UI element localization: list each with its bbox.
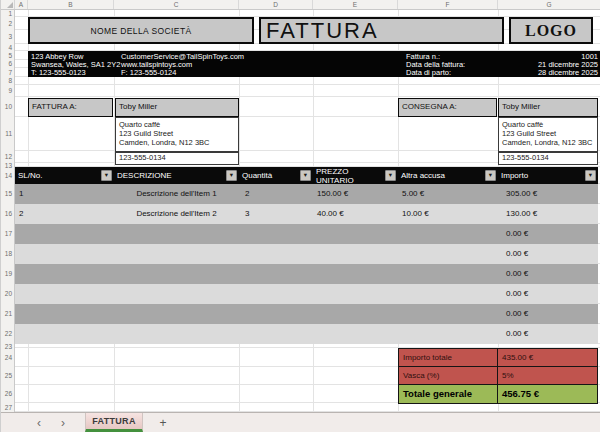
next-sheet-icon[interactable]: ›	[51, 413, 75, 432]
company-name-cell[interactable]: NOME DELLA SOCIETÀ	[28, 17, 254, 44]
row-header-21[interactable]: 21	[1, 304, 14, 324]
row-header-2[interactable]: 2	[1, 17, 14, 30]
cell-sl[interactable]	[15, 224, 114, 244]
filter-dropdown-icon[interactable]: ▾	[101, 170, 112, 181]
cell-price[interactable]	[313, 244, 398, 264]
row-header-20[interactable]: 20	[1, 284, 14, 304]
cell-sl[interactable]	[15, 284, 114, 304]
filter-dropdown-icon[interactable]: ▾	[300, 170, 311, 181]
row-header-10[interactable]: 10	[1, 97, 14, 117]
ship-to-label-cell[interactable]: CONSEGNA A:	[398, 98, 497, 117]
row-header-15[interactable]: 15	[1, 184, 14, 204]
cell-amount[interactable]: 0.00 €	[498, 324, 598, 344]
col-header-e[interactable]: E	[313, 0, 398, 9]
col-header-c[interactable]: C	[114, 0, 239, 9]
cell-extra[interactable]	[398, 224, 498, 244]
cell-extra[interactable]	[398, 304, 498, 324]
cell-extra[interactable]: 5.00 €	[398, 184, 498, 204]
tax-row[interactable]: Vasca (%) 5%	[399, 367, 597, 385]
add-sheet-icon[interactable]: +	[143, 413, 183, 432]
cell-amount[interactable]: 305.00 €	[498, 184, 598, 204]
cell-desc[interactable]: Descrizione dell'Item 2	[114, 204, 239, 224]
row-header-17[interactable]: 17	[1, 224, 14, 244]
cell-qty[interactable]	[239, 224, 313, 244]
cell-sl[interactable]	[15, 304, 114, 324]
cell-desc[interactable]	[114, 324, 239, 344]
row-header-3[interactable]: 3	[1, 30, 14, 44]
cell-amount[interactable]: 0.00 €	[498, 224, 598, 244]
subtotal-row[interactable]: Importo totale 435.00 €	[399, 349, 597, 367]
filter-dropdown-icon[interactable]: ▾	[226, 170, 237, 181]
cell-qty[interactable]	[239, 284, 313, 304]
cell-qty[interactable]: 2	[239, 184, 313, 204]
row-header-8[interactable]: 8	[1, 77, 14, 85]
items-header-w1[interactable]: SL/No.▾	[15, 167, 114, 184]
cell-price[interactable]	[313, 324, 398, 344]
cell-price[interactable]	[313, 304, 398, 324]
filter-dropdown-icon[interactable]: ▾	[385, 170, 396, 181]
items-header-w3[interactable]: Quantità▾	[239, 167, 313, 184]
tab-fattura[interactable]: FATTURA	[85, 413, 143, 432]
filter-dropdown-icon[interactable]: ▾	[485, 170, 496, 181]
row-header-1[interactable]: 1	[1, 10, 14, 17]
cell-amount[interactable]: 0.00 €	[498, 284, 598, 304]
items-header-w2[interactable]: DESCRIZIONE▾	[114, 167, 239, 184]
cell-desc[interactable]	[114, 284, 239, 304]
cell-qty[interactable]	[239, 324, 313, 344]
row-header-27[interactable]: 27	[1, 403, 14, 412]
ship-to-address-cell[interactable]: Quarto caffè 123 Guild Street Camden, Lo…	[498, 117, 598, 152]
cell-extra[interactable]: 10.00 €	[398, 204, 498, 224]
col-header-a[interactable]: A	[15, 0, 28, 9]
cell-amount[interactable]: 130.00 €	[498, 204, 598, 224]
cell-price[interactable]	[313, 264, 398, 284]
cell-extra[interactable]	[398, 284, 498, 304]
row-header-11[interactable]: 11	[1, 117, 14, 151]
row-header-14[interactable]: 14	[1, 167, 14, 184]
row-header-6[interactable]: 6	[1, 60, 14, 68]
cell-amount[interactable]: 0.00 €	[498, 244, 598, 264]
row-header-9[interactable]: 9	[1, 85, 14, 97]
row-header-4[interactable]: 4	[1, 44, 14, 51]
items-header-w4[interactable]: PREZZO UNITARIO▾	[313, 167, 398, 184]
cell-price[interactable]	[313, 284, 398, 304]
col-header-g[interactable]: G	[498, 0, 600, 9]
company-info-bar[interactable]: 123 Abbey Row Swansea, Wales, SA1 2Y2 T:…	[28, 51, 600, 77]
cell-sl[interactable]	[15, 244, 114, 264]
select-all-corner[interactable]	[1, 0, 15, 9]
row-header-18[interactable]: 18	[1, 244, 14, 264]
row-header-5[interactable]: 5	[1, 51, 14, 60]
col-header-f[interactable]: F	[398, 0, 498, 9]
cell-desc[interactable]	[114, 264, 239, 284]
cell-extra[interactable]	[398, 324, 498, 344]
row-header-16[interactable]: 16	[1, 204, 14, 224]
cell-price[interactable]	[313, 224, 398, 244]
col-header-d[interactable]: D	[239, 0, 313, 9]
cell-qty[interactable]	[239, 244, 313, 264]
row-header-22[interactable]: 22	[1, 324, 14, 344]
cell-sl[interactable]: 2	[15, 204, 114, 224]
items-header-w5[interactable]: Altra accusa▾	[398, 167, 498, 184]
logo-cell[interactable]: LOGO	[509, 17, 593, 44]
cell-desc[interactable]: Descrizione dell'Item 1	[114, 184, 239, 204]
col-header-b[interactable]: B	[28, 0, 114, 9]
ship-to-phone-cell[interactable]: 123-555-0134	[498, 152, 598, 165]
cell-desc[interactable]	[114, 244, 239, 264]
filter-dropdown-icon[interactable]: ▾	[585, 170, 596, 181]
grand-total-row[interactable]: Totale generale 456.75 €	[399, 385, 597, 403]
row-header-19[interactable]: 19	[1, 264, 14, 284]
row-header-24[interactable]: 24	[1, 348, 14, 367]
items-header-w6[interactable]: Importo▾	[498, 167, 598, 184]
prev-sheet-icon[interactable]: ‹	[27, 413, 51, 432]
row-header-26[interactable]: 26	[1, 385, 14, 403]
bill-to-address-cell[interactable]: Quarto caffè 123 Guild Street Camden, Lo…	[115, 117, 239, 152]
cell-amount[interactable]: 0.00 €	[498, 304, 598, 324]
cell-sl[interactable]	[15, 264, 114, 284]
cell-price[interactable]: 150.00 €	[313, 184, 398, 204]
bill-to-phone-cell[interactable]: 123-555-0134	[115, 152, 239, 165]
cell-qty[interactable]	[239, 264, 313, 284]
cell-sl[interactable]: 1	[15, 184, 114, 204]
row-header-25[interactable]: 25	[1, 367, 14, 385]
cell-price[interactable]: 40.00 €	[313, 204, 398, 224]
bill-to-label-cell[interactable]: FATTURA A:	[28, 98, 113, 117]
ship-to-name-cell[interactable]: Toby Miller	[498, 98, 598, 117]
